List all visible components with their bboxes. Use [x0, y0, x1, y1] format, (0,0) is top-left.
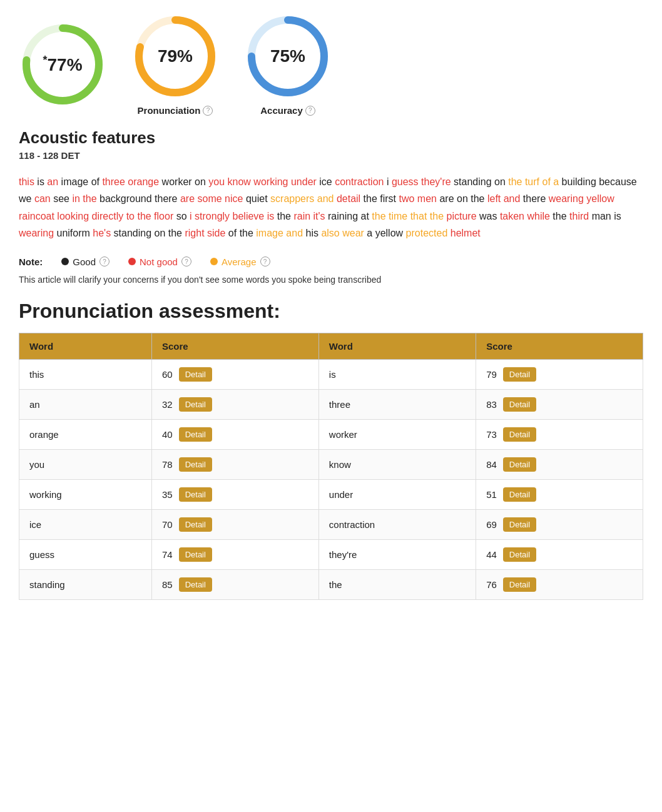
transcript-word: two men [399, 193, 437, 204]
accuracy-info-icon[interactable]: ? [305, 106, 315, 116]
score-cell: 35 Detail [151, 479, 318, 509]
table-row: working 35 Detail under 51 Detail [19, 479, 643, 509]
pronunciation-table: Word Score Word Score this 60 Detail is … [19, 333, 643, 600]
detail-button[interactable]: Detail [503, 487, 536, 502]
transcript-word: worker on [159, 176, 208, 187]
table-row: standing 85 Detail the 76 Detail [19, 569, 643, 599]
transcript-word: strongly [195, 211, 230, 221]
score-cell: 60 Detail [151, 359, 318, 389]
score-value: 83 [486, 399, 497, 410]
score-cell: 83 Detail [476, 389, 643, 419]
transcript-word: background there [97, 193, 180, 204]
not-good-info-icon[interactable]: ? [181, 256, 191, 266]
transcript-word: wearing [19, 228, 54, 238]
score-cell: 76 Detail [476, 569, 643, 599]
transcript-word: a yellow [364, 228, 406, 238]
detail-button[interactable]: Detail [179, 397, 212, 412]
word-cell: guess [19, 539, 152, 569]
transcript-word: there [520, 193, 548, 204]
transcript-word: his [303, 228, 321, 238]
transcript-word: i [384, 176, 391, 187]
word-cell: orange [19, 419, 152, 449]
transcript-word: rain it's [293, 211, 325, 221]
pronunciation-score-value: 79% [158, 46, 193, 66]
score-cell: 79 Detail [476, 359, 643, 389]
transcript-word: standing on the [111, 228, 185, 238]
word-cell: is [318, 359, 476, 389]
score-cell: 74 Detail [151, 539, 318, 569]
detail-button[interactable]: Detail [179, 577, 212, 592]
table-row: guess 74 Detail they're 44 Detail [19, 539, 643, 569]
legend-good: Good ? [61, 256, 109, 267]
detail-button[interactable]: Detail [503, 517, 536, 532]
average-info-icon[interactable]: ? [260, 256, 270, 266]
score-value: 44 [486, 549, 497, 560]
average-dot [210, 258, 218, 265]
transcript-word: man is [589, 211, 621, 221]
table-header-row: Word Score Word Score [19, 333, 643, 359]
transcript-word: the [550, 211, 569, 221]
not-good-dot [128, 258, 136, 265]
good-info-icon[interactable]: ? [99, 256, 109, 266]
table-row: you 78 Detail know 84 Detail [19, 449, 643, 479]
score-value: 32 [162, 399, 173, 410]
accuracy-score-circle: 75% [244, 13, 332, 100]
transcript-word: left and [487, 193, 520, 204]
detail-button[interactable]: Detail [179, 547, 212, 562]
detail-button[interactable]: Detail [503, 547, 536, 562]
col-score1: Score [151, 333, 318, 359]
detail-button[interactable]: Detail [503, 457, 536, 472]
pronunciation-score-circle: 79% [131, 13, 219, 100]
detail-button[interactable]: Detail [503, 427, 536, 442]
transcript-word: working under [253, 176, 317, 187]
transcript-word: is [267, 211, 275, 221]
detail-button[interactable]: Detail [179, 367, 212, 382]
detail-button[interactable]: Detail [503, 397, 536, 412]
scores-row: *77% 79% Pronunciation ? 75% [19, 13, 643, 116]
detail-button[interactable]: Detail [179, 457, 212, 472]
detail-button[interactable]: Detail [179, 427, 212, 442]
transcript-word: helmet [451, 228, 481, 238]
transcript-word: also wear [321, 228, 364, 238]
legend-average: Average ? [210, 256, 270, 267]
transcript-word: he's [93, 228, 111, 238]
transcript-word: believe [233, 211, 265, 221]
transcript-word: protected [406, 228, 448, 238]
detail-button[interactable]: Detail [503, 367, 536, 382]
acoustic-title: Acoustic features [19, 128, 643, 148]
overall-score-value: *77% [43, 54, 82, 74]
transcript-word: raining at [325, 211, 372, 221]
transcript-word: picture [447, 211, 477, 221]
detail-button[interactable]: Detail [503, 577, 536, 592]
table-row: this 60 Detail is 79 Detail [19, 359, 643, 389]
score-value: 84 [486, 459, 497, 470]
word-cell: under [318, 479, 476, 509]
detail-button[interactable]: Detail [179, 487, 212, 502]
word-cell: three [318, 389, 476, 419]
score-value: 73 [486, 429, 497, 440]
transcript-word: so [173, 211, 190, 221]
transcript-word: standing on [451, 176, 509, 187]
col-word1: Word [19, 333, 152, 359]
detail-button[interactable]: Detail [179, 517, 212, 532]
score-value: 70 [162, 519, 173, 530]
transcript-word: you know [208, 176, 251, 187]
accuracy-label: Accuracy ? [260, 105, 315, 116]
score-cell: 51 Detail [476, 479, 643, 509]
transcript-word: three [102, 176, 125, 187]
word-cell: the [318, 569, 476, 599]
transcript-word: detail [337, 193, 360, 204]
word-cell: this [19, 359, 152, 389]
transcript-text: this is an image of three orange worker … [19, 173, 643, 241]
legend-not-good: Not good ? [128, 256, 191, 267]
transcript-word: the [274, 211, 293, 221]
score-value: 79 [486, 369, 497, 380]
pronunciation-info-icon[interactable]: ? [203, 106, 213, 116]
article-note: This article will clarify your concerns … [19, 275, 643, 285]
transcript-word: in the [72, 193, 96, 204]
word-cell: you [19, 449, 152, 479]
good-dot [61, 258, 69, 265]
transcript-word: the first [360, 193, 399, 204]
score-value: 35 [162, 489, 173, 500]
score-value: 60 [162, 369, 173, 380]
